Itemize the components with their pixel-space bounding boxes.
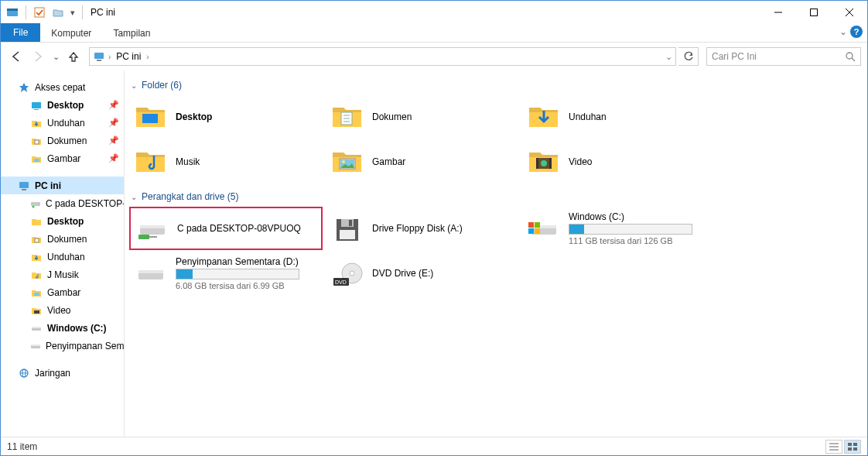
up-button[interactable]	[64, 47, 83, 66]
tree-item[interactable]: Unduhan	[1, 248, 124, 266]
svg-rect-23	[32, 327, 41, 328]
folder-tile[interactable]: Dokumen	[326, 95, 519, 139]
refresh-button[interactable]	[678, 47, 699, 66]
new-folder-icon[interactable]	[50, 4, 67, 21]
svg-point-18	[32, 205, 35, 207]
tree-label: Dokumen	[47, 135, 87, 146]
tree-item-desktop[interactable]: Desktop📌	[1, 96, 124, 114]
qat-dropdown-icon[interactable]: ▾	[68, 4, 77, 21]
network-icon	[18, 367, 30, 379]
folder-tile[interactable]: Musik	[129, 140, 323, 183]
tree-label: Video	[47, 305, 70, 316]
tree-label: J Musik	[47, 269, 79, 280]
documents-big	[330, 100, 364, 134]
folder-tile[interactable]: Unduhan	[522, 95, 716, 139]
tree-item[interactable]: J Musik	[1, 266, 124, 283]
tree-item-dokumen[interactable]: Dokumen📌	[1, 132, 124, 149]
chevron-down-icon: ⌄	[131, 193, 137, 201]
ribbon-expand-icon[interactable]: ⌄	[839, 26, 847, 37]
folder-tile[interactable]: Video	[522, 140, 716, 183]
drive-tile[interactable]: C pada DESKTOP-08VPUOQ	[129, 207, 323, 250]
svg-text:DVD: DVD	[335, 279, 347, 285]
tab-tampilan[interactable]: Tampilan	[102, 25, 161, 42]
ribbon: File Komputer Tampilan ⌄ ?	[1, 24, 867, 43]
properties-icon[interactable]	[31, 4, 48, 21]
svg-line-10	[852, 58, 855, 61]
svg-rect-64	[853, 443, 857, 446]
address-bar[interactable]: › PC ini › ⌄	[89, 47, 676, 66]
tree-item[interactable]: Penyimpanan Sementara	[1, 337, 124, 355]
status-item-count: 11 item	[7, 441, 37, 452]
address-dropdown-icon[interactable]: ⌄	[665, 52, 672, 62]
tile-label: Dokumen	[372, 111, 514, 122]
titlebar: ▾ PC ini	[1, 1, 867, 24]
svg-rect-17	[31, 202, 40, 206]
group-folders[interactable]: ⌄ Folder (6)	[131, 80, 867, 91]
desktop-icon	[30, 99, 43, 111]
folder-tile[interactable]: Gambar	[326, 140, 519, 183]
drive-tile[interactable]: Penyimpanan Sementara (D:)6.08 GB tersis…	[129, 252, 323, 295]
maximize-button[interactable]	[796, 1, 832, 24]
back-button[interactable]	[7, 47, 26, 66]
folder-tile[interactable]: Desktop	[129, 95, 323, 139]
statusbar: 11 item	[1, 437, 867, 455]
tree-item-unduhan[interactable]: Unduhan📌	[1, 114, 124, 132]
svg-rect-19	[35, 238, 39, 242]
close-button[interactable]	[832, 1, 867, 24]
this-pc-icon	[93, 50, 105, 63]
tree-item[interactable]: C pada DESKTOP-08V	[1, 194, 124, 212]
view-large-icons-button[interactable]	[844, 440, 861, 454]
nav-tree: Akses cepat Desktop📌Unduhan📌Dokumen📌Gamb…	[1, 70, 125, 437]
tree-item[interactable]: Gambar	[1, 283, 124, 301]
tile-label: Windows (C:)	[569, 211, 711, 222]
group-title: Perangkat dan drive (5)	[142, 191, 238, 202]
drive-tile[interactable]: DVDDVD Drive (E:)	[326, 252, 519, 295]
svg-rect-53	[535, 228, 540, 234]
tree-item-gambar[interactable]: Gambar📌	[1, 149, 124, 167]
group-title: Folder (6)	[142, 80, 182, 91]
search-input[interactable]: Cari PC Ini	[706, 47, 861, 66]
desktop-big	[134, 100, 168, 134]
pc-icon	[18, 180, 30, 192]
svg-rect-4	[811, 9, 818, 16]
floppy-big	[330, 211, 364, 245]
tree-this-pc[interactable]: PC ini	[1, 177, 124, 194]
tree-item[interactable]: Windows (C:)	[1, 319, 124, 337]
tree-quick-access[interactable]: Akses cepat	[1, 78, 124, 96]
chevron-right-icon[interactable]: ›	[108, 53, 111, 61]
help-icon[interactable]: ?	[850, 26, 863, 38]
tile-subtext: 111 GB tersisa dari 126 GB	[569, 236, 711, 245]
svg-rect-15	[19, 182, 29, 188]
tree-label: Gambar	[47, 287, 80, 298]
netdrive-big	[135, 211, 169, 245]
svg-rect-12	[34, 109, 39, 110]
tree-item[interactable]: Dokumen	[1, 230, 124, 248]
disk-icon	[30, 322, 43, 334]
svg-rect-47	[340, 230, 355, 239]
tab-komputer[interactable]: Komputer	[40, 25, 102, 42]
svg-rect-29	[142, 114, 158, 123]
svg-rect-52	[528, 228, 534, 234]
tree-label: Gambar	[47, 153, 80, 164]
minimize-button[interactable]	[760, 1, 796, 24]
breadcrumb-root[interactable]: PC ini	[114, 51, 143, 62]
tree-item[interactable]: Video	[1, 301, 124, 319]
tree-network[interactable]: Jaringan	[1, 364, 124, 382]
capacity-bar	[176, 269, 299, 279]
tile-label: C pada DESKTOP-08VPUOQ	[177, 223, 316, 234]
separator	[82, 5, 83, 19]
drive-tile[interactable]: Windows (C:)111 GB tersisa dari 126 GB	[522, 207, 716, 250]
history-dropdown[interactable]: ⌄	[50, 47, 61, 66]
file-tab[interactable]: File	[1, 23, 40, 42]
forward-button[interactable]	[29, 47, 47, 66]
drive-tile[interactable]: Drive Floppy Disk (A:)	[326, 207, 519, 250]
tree-label: Akses cepat	[35, 82, 85, 93]
svg-rect-55	[138, 270, 163, 273]
group-drives[interactable]: ⌄ Perangkat dan drive (5)	[131, 191, 867, 202]
view-details-button[interactable]	[825, 440, 842, 454]
chevron-right-icon[interactable]: ›	[146, 53, 149, 61]
pin-icon: 📌	[108, 153, 119, 163]
dvd-big: DVD	[330, 256, 364, 290]
tree-item[interactable]: Desktop	[1, 212, 124, 230]
tree-label: Penyimpanan Sementara	[46, 341, 125, 351]
